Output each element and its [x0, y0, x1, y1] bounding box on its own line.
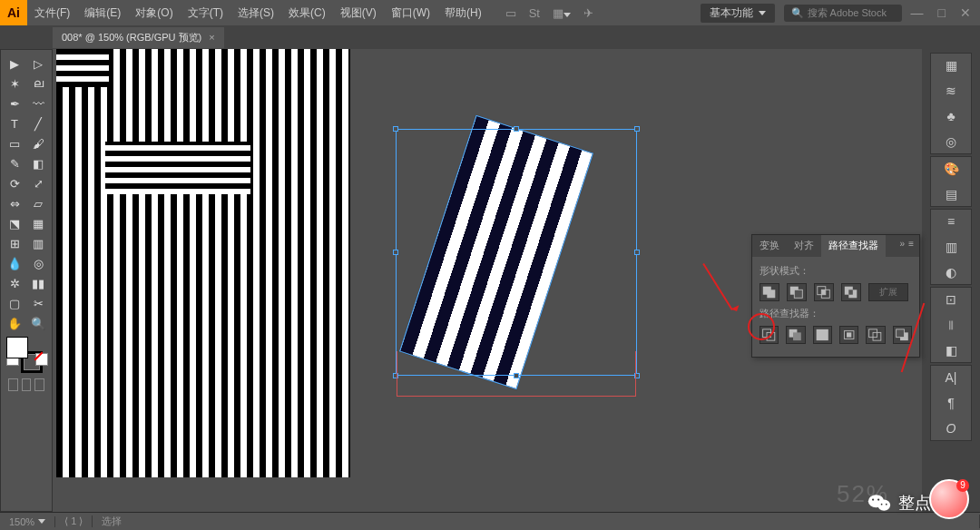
cc-libraries-icon[interactable]: ◎ — [942, 133, 960, 150]
pathfinder-crop[interactable] — [839, 326, 858, 344]
color-mode-none[interactable] — [35, 353, 48, 366]
panel-collapse-icon[interactable]: » — [900, 239, 906, 253]
draw-inside[interactable] — [34, 378, 44, 391]
artboard-nav[interactable]: ⟨ 1 ⟩ — [55, 515, 93, 527]
right-panel-dock: ▦ ≋ ♣ ◎ 🎨 ▤ ≡ ▥ ◐ ⊡ ⫴ ◧ A| ¶ O — [922, 49, 980, 512]
perspective-tool[interactable]: ▦ — [26, 213, 50, 233]
workspace-switcher[interactable]: 基本功能 — [701, 4, 775, 23]
menu-select[interactable]: 选择(S) — [230, 0, 281, 25]
artwork-horizontal-stripes-top — [56, 49, 109, 87]
stroke-panel-icon[interactable]: ≡ — [942, 213, 960, 230]
column-graph-tool[interactable]: ▮▮ — [26, 273, 50, 293]
character-panel-icon[interactable]: A| — [942, 369, 960, 386]
tab-transform[interactable]: 变换 — [752, 235, 787, 257]
eyedropper-tool[interactable]: 💧 — [3, 253, 26, 273]
stock-icon[interactable]: St — [529, 6, 540, 20]
menu-effect[interactable]: 效果(C) — [281, 0, 333, 25]
menu-file[interactable]: 文件(F) — [27, 0, 77, 25]
paintbrush-tool[interactable]: 🖌 — [26, 133, 50, 153]
bridge-icon[interactable]: ▭ — [505, 6, 516, 20]
symbol-sprayer-tool[interactable]: ✲ — [3, 273, 26, 293]
menu-help[interactable]: 帮助(H) — [437, 0, 489, 25]
glyphs-panel-icon[interactable]: O — [942, 420, 960, 437]
pathfinder-merge[interactable] — [813, 326, 832, 344]
selection-bounding-box[interactable] — [396, 129, 637, 376]
resize-handle-lc[interactable] — [393, 250, 398, 255]
resize-handle-rc[interactable] — [634, 250, 640, 255]
document-tab[interactable]: 008* @ 150% (RGB/GPU 预览) × — [53, 27, 224, 48]
resize-handle-tr[interactable] — [634, 126, 640, 132]
shape-unite[interactable] — [760, 283, 779, 301]
libraries-panel-icon[interactable]: ♣ — [942, 108, 960, 124]
lasso-tool[interactable]: ല — [26, 74, 50, 93]
menu-view[interactable]: 视图(V) — [333, 0, 384, 25]
paragraph-panel-icon[interactable]: ¶ — [942, 395, 960, 411]
slice-tool[interactable]: ✂ — [26, 293, 50, 313]
tab-close-icon[interactable]: × — [209, 32, 214, 43]
arrange-icon[interactable]: ▦ — [553, 6, 571, 20]
color-panel-icon[interactable]: 🎨 — [942, 161, 960, 177]
layers-panel-icon[interactable]: ≋ — [942, 83, 960, 99]
shape-exclude[interactable] — [841, 283, 861, 301]
user-avatar[interactable] — [929, 479, 969, 519]
swatches-panel-icon[interactable]: ▤ — [942, 186, 960, 202]
fill-swatch[interactable] — [6, 337, 28, 358]
draw-behind[interactable] — [22, 378, 32, 391]
window-minimize[interactable]: — — [911, 5, 924, 20]
main-menu: 文件(F) 编辑(E) 对象(O) 文字(T) 选择(S) 效果(C) 视图(V… — [27, 0, 489, 25]
curvature-tool[interactable]: 〰 — [26, 93, 50, 113]
artboard-tool[interactable]: ▢ — [3, 293, 26, 313]
stock-search-input[interactable]: 🔍 搜索 Adobe Stock — [784, 5, 902, 22]
svg-rect-6 — [821, 290, 826, 294]
menu-window[interactable]: 窗口(W) — [384, 0, 437, 25]
window-close[interactable]: ✕ — [960, 5, 971, 20]
pathfinder-trim[interactable] — [786, 326, 805, 344]
scale-tool[interactable]: ⤢ — [26, 173, 50, 193]
line-tool[interactable]: ╱ — [26, 113, 50, 133]
resize-handle-tl[interactable] — [393, 126, 398, 132]
width-tool[interactable]: ⇔ — [3, 193, 26, 213]
shaper-tool[interactable]: ✎ — [3, 153, 26, 173]
mesh-tool[interactable]: ⊞ — [3, 233, 26, 253]
menu-type[interactable]: 文字(T) — [181, 0, 230, 25]
pathfinder-panel[interactable]: 变换 对齐 路径查找器 »≡ 形状模式： 扩展 路径查找器： — [751, 234, 920, 358]
zoom-tool[interactable]: 🔍 — [26, 313, 50, 333]
magic-wand-tool[interactable]: ✶ — [3, 74, 26, 93]
draw-normal[interactable] — [8, 378, 18, 391]
gpu-icon[interactable]: ✈ — [583, 6, 593, 20]
blend-tool[interactable]: ◎ — [26, 253, 50, 273]
gradient-panel-icon[interactable]: ▥ — [942, 239, 960, 255]
type-tool[interactable]: T — [3, 113, 26, 133]
tab-align[interactable]: 对齐 — [787, 235, 821, 257]
zoom-level[interactable]: 150% — [0, 516, 55, 527]
resize-handle-tc[interactable] — [514, 126, 519, 132]
shape-expand-button[interactable]: 扩展 — [868, 283, 908, 301]
panel-menu-icon[interactable]: ≡ — [908, 239, 914, 253]
eraser-tool[interactable]: ◧ — [26, 153, 50, 173]
properties-panel-icon[interactable]: ▦ — [942, 57, 960, 74]
transparency-panel-icon[interactable]: ◐ — [942, 264, 960, 280]
menu-object[interactable]: 对象(O) — [128, 0, 180, 25]
rectangle-tool[interactable]: ▭ — [3, 133, 26, 153]
direct-selection-tool[interactable]: ▷ — [26, 54, 50, 74]
hand-tool[interactable]: ✋ — [3, 313, 26, 333]
rotate-tool[interactable]: ⟳ — [3, 173, 26, 193]
window-maximize[interactable]: □ — [938, 5, 946, 20]
pathfinder-panel-icon[interactable]: ◧ — [942, 342, 960, 358]
appearance-panel-icon[interactable]: ⊡ — [942, 291, 960, 308]
shape-intersect[interactable] — [814, 283, 834, 301]
selection-tool[interactable]: ▶ — [3, 54, 26, 74]
menu-edit[interactable]: 编辑(E) — [77, 0, 128, 25]
shape-minus-front[interactable] — [787, 283, 807, 301]
artwork-horizontal-stripes-mid — [105, 142, 250, 194]
artboard[interactable] — [56, 49, 350, 477]
pathfinder-minus-back[interactable] — [893, 326, 912, 344]
pathfinder-outline[interactable] — [866, 326, 885, 344]
tab-pathfinder[interactable]: 路径查找器 — [821, 235, 886, 257]
shape-builder-tool[interactable]: ⬔ — [3, 213, 26, 233]
gradient-tool[interactable]: ▥ — [26, 233, 50, 253]
pen-tool[interactable]: ✒ — [3, 93, 26, 113]
svg-rect-20 — [896, 329, 904, 338]
free-transform-tool[interactable]: ▱ — [26, 193, 50, 213]
align-panel-icon[interactable]: ⫴ — [942, 317, 960, 333]
